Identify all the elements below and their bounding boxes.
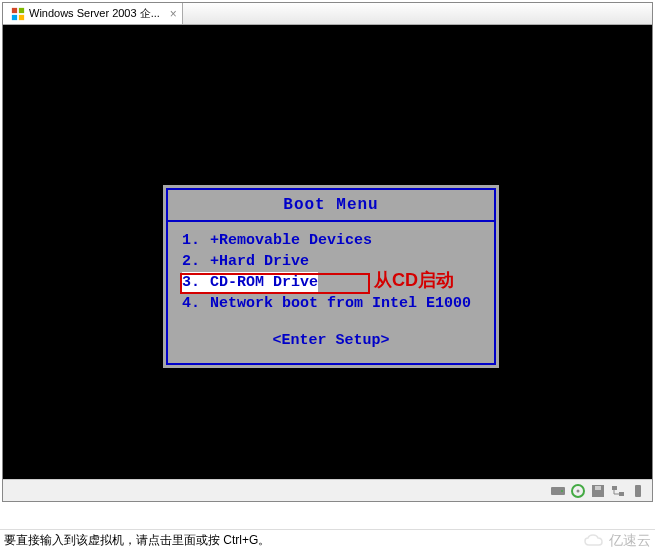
boot-item-cdrom[interactable]: 3. CD-ROM Drive 从CD启动 [182, 272, 480, 293]
boot-menu: Boot Menu 1.+Removable Devices 2.+Hard D… [163, 185, 499, 368]
vm-status-bar [3, 479, 652, 501]
annotation-label: 从CD启动 [374, 270, 454, 291]
hard-disk-icon[interactable] [550, 483, 566, 499]
tab-title: Windows Server 2003 企... [29, 6, 160, 21]
svg-rect-0 [12, 7, 17, 12]
boot-item-hard-drive[interactable]: 2.+Hard Drive [182, 251, 480, 272]
tab-bar: Windows Server 2003 企... × [3, 3, 652, 25]
vm-tab[interactable]: Windows Server 2003 企... × [3, 3, 183, 24]
tab-close-button[interactable]: × [170, 7, 177, 21]
enter-setup-option[interactable]: <Enter Setup> [182, 332, 480, 349]
boot-item-removable[interactable]: 1.+Removable Devices [182, 230, 480, 251]
cloud-icon [583, 533, 605, 549]
vm-window-frame: Windows Server 2003 企... × Boot Menu 1.+… [2, 2, 653, 502]
floppy-icon[interactable] [590, 483, 606, 499]
svg-point-5 [561, 490, 563, 492]
svg-rect-1 [19, 7, 24, 12]
vm-console[interactable]: Boot Menu 1.+Removable Devices 2.+Hard D… [3, 25, 652, 477]
selection-highlight [180, 273, 370, 294]
windows-icon [11, 7, 25, 21]
svg-rect-9 [595, 486, 601, 490]
watermark-text: 亿速云 [609, 532, 651, 550]
svg-point-7 [577, 489, 580, 492]
svg-rect-2 [12, 14, 17, 19]
boot-menu-items: 1.+Removable Devices 2.+Hard Drive 3. CD… [168, 222, 494, 363]
network-icon[interactable] [610, 483, 626, 499]
svg-rect-10 [612, 486, 617, 490]
bottom-status-bar: 要直接输入到该虚拟机，请点击里面或按 Ctrl+G。 亿速云 [0, 529, 655, 551]
boot-menu-title: Boot Menu [168, 190, 494, 222]
svg-rect-3 [19, 14, 24, 19]
boot-item-network[interactable]: 4. Network boot from Intel E1000 [182, 293, 480, 314]
watermark: 亿速云 [583, 532, 651, 550]
status-hint: 要直接输入到该虚拟机，请点击里面或按 Ctrl+G。 [4, 532, 270, 549]
cd-icon[interactable] [570, 483, 586, 499]
svg-rect-11 [619, 492, 624, 496]
usb-icon[interactable] [630, 483, 646, 499]
svg-rect-12 [635, 485, 641, 497]
